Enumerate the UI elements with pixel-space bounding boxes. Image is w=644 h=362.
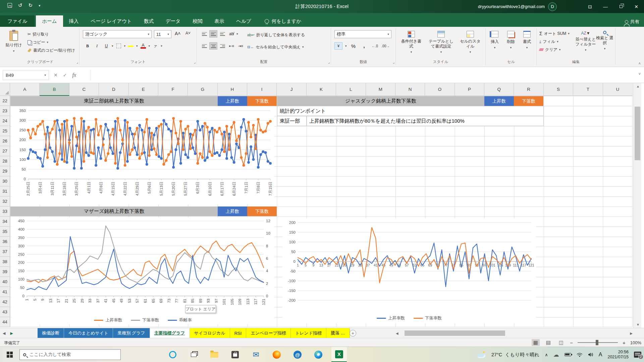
- badge-up-mothers[interactable]: 上昇数: [218, 206, 247, 216]
- sheet-tab[interactable]: 業種別 グラフ: [113, 328, 150, 338]
- chart-mothers[interactable]: 0501001502002503003504004500246810121591…: [11, 218, 274, 324]
- column-header-A[interactable]: A: [10, 83, 40, 96]
- format-painter-button[interactable]: 書式のコピー/貼り付け: [28, 46, 75, 54]
- row-header-23[interactable]: 23: [0, 106, 10, 116]
- sheet-tab[interactable]: 株価診断: [38, 328, 64, 338]
- horizontal-scroll-thumb[interactable]: [405, 330, 505, 336]
- cell-jasdaq-title[interactable]: ジャスダック銘柄上昇数下落数: [277, 96, 484, 106]
- scroll-left-icon[interactable]: ◀: [396, 331, 398, 335]
- clear-button[interactable]: クリア▾: [539, 46, 570, 54]
- row-header-29[interactable]: 29: [0, 166, 10, 176]
- row-header-32[interactable]: 32: [0, 196, 10, 206]
- bold-button[interactable]: B: [84, 42, 92, 50]
- column-header-D[interactable]: D: [99, 83, 128, 96]
- row-header-30[interactable]: 30: [0, 176, 10, 186]
- borders-button[interactable]: [115, 42, 123, 50]
- zoom-slider[interactable]: [578, 342, 618, 343]
- column-header-K[interactable]: K: [307, 83, 336, 96]
- font-family-select[interactable]: 游ゴシック▾: [83, 30, 152, 38]
- cell-tosho1[interactable]: 東証一部: [277, 116, 307, 126]
- format-as-table-button[interactable]: テーブルとして書式設定▾: [427, 29, 455, 54]
- badge-down-jasdaq[interactable]: 下落数: [514, 96, 543, 106]
- row-header-37[interactable]: 37: [0, 247, 10, 257]
- italic-button[interactable]: I: [93, 42, 101, 50]
- cortana-button[interactable]: [165, 347, 180, 362]
- scroll-right-icon[interactable]: ▶: [630, 331, 633, 335]
- column-header-O[interactable]: O: [425, 83, 454, 96]
- column-header-M[interactable]: M: [366, 83, 395, 96]
- sort-filter-button[interactable]: AZ▼ 並べ替えと フィルター▾: [576, 29, 595, 52]
- align-bottom-button[interactable]: [218, 30, 226, 38]
- align-right-button[interactable]: [218, 42, 226, 50]
- wifi-icon[interactable]: [577, 352, 583, 357]
- cell-tosho-title[interactable]: 東証二部銘柄上昇数下落数: [10, 96, 218, 106]
- tab-data[interactable]: データ: [160, 15, 186, 27]
- tab-help[interactable]: ヘルプ: [230, 15, 257, 27]
- percent-format-button[interactable]: %: [350, 42, 358, 50]
- notification-center-icon[interactable]: 2: [634, 352, 641, 358]
- scroll-down-icon[interactable]: ▼: [636, 323, 640, 326]
- explorer-button[interactable]: [207, 347, 222, 362]
- taskbar-clock[interactable]: 20:562021/07/15: [607, 350, 629, 360]
- insert-cells-button[interactable]: 挿入▾: [487, 29, 502, 49]
- format-cells-button[interactable]: 書式▾: [519, 29, 535, 49]
- row-header-22[interactable]: 22: [0, 96, 10, 106]
- column-header-F[interactable]: F: [158, 83, 188, 96]
- mail-button[interactable]: ✉: [248, 347, 264, 362]
- zoom-slider-thumb[interactable]: [596, 340, 598, 345]
- column-header-I[interactable]: I: [247, 83, 277, 96]
- cell-mothers-title[interactable]: マザーズ銘柄上昇数下落数: [10, 206, 218, 216]
- cell-note[interactable]: 上昇銘柄数下降銘柄数が80％を超えた場合には翌日の反転率は100%: [307, 116, 544, 126]
- underline-button[interactable]: U: [102, 42, 110, 50]
- page-layout-view-icon[interactable]: ▤: [544, 339, 552, 346]
- row-header-36[interactable]: 36: [0, 237, 10, 247]
- column-header-H[interactable]: H: [218, 83, 247, 96]
- horizontal-scrollbar[interactable]: ◀ ▶: [396, 329, 633, 337]
- tell-me-box[interactable]: 何をしますか: [265, 15, 302, 27]
- formula-input[interactable]: [91, 70, 634, 80]
- tab-file[interactable]: ファイル: [0, 15, 35, 27]
- delete-cells-button[interactable]: 削除▾: [503, 29, 519, 49]
- currency-format-button[interactable]: ¥: [334, 42, 342, 50]
- chart-jasdaq[interactable]: -200-150-100-500501001502001591317212529…: [282, 219, 536, 323]
- column-header-P[interactable]: P: [455, 83, 484, 96]
- at-app-button[interactable]: @: [290, 347, 305, 362]
- close-button[interactable]: ✕: [629, 0, 644, 13]
- tab-review[interactable]: 校閲: [186, 15, 208, 27]
- restore-button[interactable]: [613, 0, 629, 13]
- tab-page-layout[interactable]: ページ レイアウト: [85, 15, 138, 27]
- column-header-J[interactable]: J: [277, 83, 306, 96]
- column-header-E[interactable]: E: [129, 83, 158, 96]
- column-header-N[interactable]: N: [395, 83, 425, 96]
- badge-down-mothers[interactable]: 下落数: [247, 206, 277, 216]
- vertical-scroll-thumb[interactable]: [635, 107, 640, 160]
- grow-font-button[interactable]: A˄: [175, 31, 181, 36]
- expand-formula-bar-icon[interactable]: ˅: [639, 72, 641, 76]
- merge-center-button[interactable]: ⊟↔セルを結合して中央揃え▾: [247, 43, 304, 51]
- row-header-28[interactable]: 28: [0, 156, 10, 166]
- find-select-button[interactable]: 検索と 選択▾: [596, 29, 613, 50]
- task-view-button[interactable]: [186, 347, 201, 362]
- badge-down-tosho[interactable]: 下落数: [247, 96, 277, 106]
- tab-view[interactable]: 表示: [208, 15, 230, 27]
- ime-mode[interactable]: A: [599, 352, 602, 358]
- store-button[interactable]: [227, 347, 243, 362]
- select-all-button[interactable]: [0, 83, 10, 96]
- excel-taskbar-button[interactable]: X: [331, 347, 347, 362]
- dialog-launcher-icon[interactable]: ⌟: [76, 60, 78, 64]
- decrease-indent-button[interactable]: ⇤≡: [227, 42, 235, 50]
- wrap-text-button[interactable]: ab↩折り返して全体を表示する: [247, 31, 305, 39]
- edge-button[interactable]: [311, 347, 326, 362]
- collapse-ribbon-icon[interactable]: ˄: [639, 61, 641, 65]
- column-header-B[interactable]: B: [40, 83, 69, 96]
- name-box[interactable]: B49▾: [3, 70, 49, 80]
- weather-desc[interactable]: くもり時々晴れ: [505, 352, 539, 357]
- row-header-35[interactable]: 35: [0, 227, 10, 237]
- tabs-scroll-left-icon[interactable]: ◀: [3, 331, 5, 336]
- row-header-34[interactable]: 34: [0, 217, 10, 227]
- avatar[interactable]: D: [548, 2, 557, 11]
- autosum-button[interactable]: Σオート SUM▾: [539, 29, 570, 38]
- increase-indent-button[interactable]: ⇥≡: [236, 42, 245, 50]
- phonetic-guide-button[interactable]: ァ: [151, 42, 159, 50]
- fill-color-button[interactable]: [127, 42, 135, 50]
